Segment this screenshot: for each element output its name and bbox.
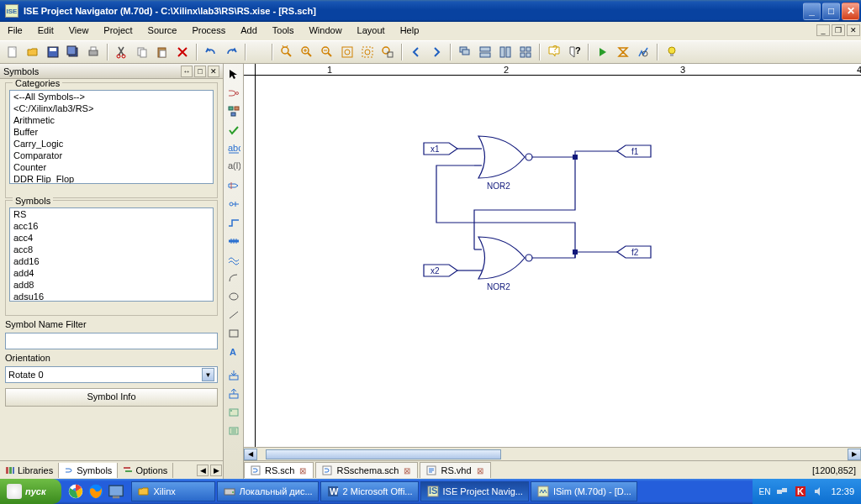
menu-help[interactable]: Help (393, 22, 427, 40)
arc-tool[interactable] (224, 269, 243, 287)
paste-button[interactable] (153, 43, 172, 61)
save-button[interactable] (44, 43, 62, 61)
tab-scroll-right[interactable]: ▶ (210, 465, 222, 476)
category-item[interactable]: <--All Symbols--> (10, 91, 213, 102)
category-item[interactable]: Buffer (10, 126, 213, 138)
tip-button[interactable] (663, 43, 681, 61)
symbol-item[interactable]: add4 (10, 267, 213, 279)
menu-source[interactable]: Source (140, 22, 185, 40)
push-tool[interactable] (224, 366, 243, 385)
pop-tool[interactable] (224, 385, 243, 403)
save-all-button[interactable] (64, 43, 82, 61)
scroll-right-button[interactable]: ▶ (848, 449, 861, 460)
ql-chrome[interactable] (66, 482, 85, 501)
language-indicator[interactable]: EN (759, 487, 771, 496)
tab-symbols[interactable]: Symbols (59, 463, 118, 478)
zoom-in-button[interactable] (298, 43, 316, 61)
scroll-thumb[interactable] (266, 449, 501, 459)
doc-tab-close[interactable]: ⊠ (298, 465, 308, 475)
horizontal-scrollbar[interactable]: ◀ ▶ (244, 447, 861, 460)
hierarchy-tool[interactable] (224, 102, 243, 121)
ql-firefox[interactable] (87, 482, 105, 501)
redo-button[interactable] (222, 43, 240, 61)
scroll-left-button[interactable]: ◀ (244, 449, 257, 460)
zoom-area-button[interactable] (358, 43, 377, 61)
menu-add[interactable]: Add (233, 22, 265, 40)
symbol-filter-input[interactable] (5, 333, 218, 349)
tray-volume-icon[interactable] (812, 485, 826, 498)
copy-button[interactable] (133, 43, 151, 61)
taskbar-clock[interactable]: 12:39 (831, 486, 854, 496)
tray-kaspersky-icon[interactable]: K (794, 485, 807, 498)
tile-grid-button[interactable] (516, 43, 535, 61)
power-tool[interactable] (224, 250, 243, 269)
symbol-item[interactable]: add8 (10, 279, 213, 291)
zoom-selection-button[interactable] (378, 43, 397, 61)
whats-this-button[interactable]: ? (565, 43, 584, 61)
tile-h-button[interactable] (476, 43, 494, 61)
run-button[interactable] (594, 43, 612, 61)
io-marker-tool[interactable] (224, 176, 243, 195)
undo-button[interactable] (202, 43, 220, 61)
taskbar-item-ise[interactable]: ISE ISE Project Navig... (420, 481, 529, 501)
mdi-minimize-button[interactable]: _ (816, 24, 830, 36)
panel-restore-button[interactable]: □ (194, 66, 206, 77)
menu-edit[interactable]: Edit (30, 22, 61, 40)
circle-tool[interactable] (224, 287, 243, 306)
symbols-listbox[interactable]: RS acc16 acc4 acc8 add16 add4 add8 adsu1… (9, 207, 214, 302)
symbol-info-button[interactable]: Symbol Info (5, 388, 218, 407)
category-item[interactable]: <C:/Xilinx/lab3/RS> (10, 102, 213, 114)
print-button[interactable] (84, 43, 103, 61)
find-tool-button[interactable] (634, 43, 652, 61)
menu-file[interactable]: File (0, 22, 30, 40)
taskbar-item-drive[interactable]: Локальный дис... (217, 481, 319, 501)
symbol-item[interactable]: acc4 (10, 232, 213, 244)
zoom-fit-button[interactable] (338, 43, 357, 61)
doc-tab-rs-vhd[interactable]: RS.vhd ⊠ (420, 462, 490, 478)
net-name-tool[interactable]: abc (224, 139, 243, 158)
symbol-item[interactable]: acc8 (10, 244, 213, 255)
tab-scroll-left[interactable]: ◀ (197, 465, 209, 476)
taskbar-item-xilinx[interactable]: Xilinx (131, 481, 215, 501)
open-button[interactable] (24, 43, 42, 61)
category-item[interactable]: DDR Flip_Flop (10, 173, 213, 184)
menu-project[interactable]: Project (96, 22, 140, 40)
delete-button[interactable] (173, 43, 192, 61)
panel-float-button[interactable]: ↔ (181, 66, 193, 77)
menu-tools[interactable]: Tools (265, 22, 302, 40)
ql-show-desktop[interactable] (107, 482, 125, 501)
tray-network-icon[interactable] (775, 485, 789, 498)
tab-options[interactable]: Options (118, 463, 173, 478)
nav-back-button[interactable] (407, 43, 425, 61)
start-button[interactable]: пуск (0, 479, 61, 504)
new-button[interactable] (3, 43, 22, 61)
nav-forward-button[interactable] (427, 43, 446, 61)
rename-tool[interactable]: a(l) (224, 158, 243, 176)
menu-layout[interactable]: Layout (350, 22, 393, 40)
wire-tool[interactable] (224, 213, 243, 232)
check-tool[interactable] (224, 121, 243, 139)
taskbar-item-isim[interactable]: ISim (M.70d) - [D... (531, 481, 637, 501)
zoom-out-button[interactable] (318, 43, 336, 61)
symbol-item[interactable]: acc16 (10, 220, 213, 232)
category-item[interactable]: Carry_Logic (10, 138, 213, 150)
tile-v-button[interactable] (496, 43, 515, 61)
zoom-tool-button[interactable] (277, 43, 296, 61)
doc-tab-close[interactable]: ⊠ (475, 465, 485, 475)
line-tool[interactable] (224, 306, 243, 324)
symbol-item[interactable]: adsu16 (10, 291, 213, 302)
port-tool[interactable] (224, 422, 243, 440)
mdi-close-button[interactable]: ✕ (847, 24, 860, 36)
cut-button[interactable] (113, 43, 131, 61)
select-tool[interactable] (224, 66, 243, 84)
window-minimize-button[interactable]: _ (803, 3, 821, 20)
menu-process[interactable]: Process (184, 22, 233, 40)
cascade-button[interactable] (456, 43, 474, 61)
taskbar-item-word[interactable]: W 2 Microsoft Offi... (320, 481, 419, 501)
rectangle-tool[interactable] (224, 324, 243, 343)
menu-view[interactable]: View (61, 22, 97, 40)
tab-libraries[interactable]: Libraries (0, 463, 59, 478)
window-maximize-button[interactable]: □ (822, 3, 840, 20)
instance-tool[interactable] (224, 403, 243, 422)
symbol-item[interactable]: add16 (10, 255, 213, 267)
